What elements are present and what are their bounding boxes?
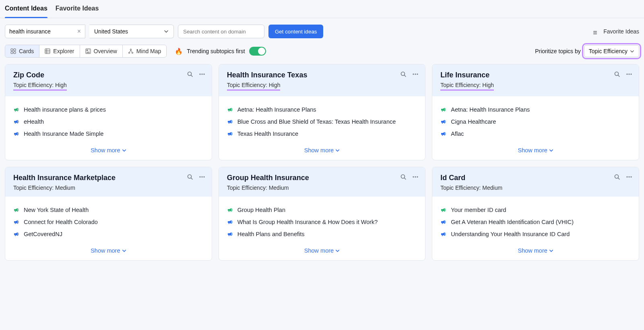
bullhorn-icon [13, 231, 20, 237]
svg-line-19 [191, 75, 192, 77]
chevron-down-icon [335, 148, 340, 153]
card-efficiency: Topic Efficiency: High [227, 82, 281, 91]
clear-keyword-icon[interactable]: × [77, 28, 81, 35]
svg-point-47 [630, 176, 632, 177]
favorite-ideas-link-label: Favorite Ideas [603, 28, 639, 35]
more-icon[interactable] [199, 174, 205, 180]
search-icon[interactable] [400, 174, 407, 180]
topic-item-text: Aetna: Health Insurance Plans [237, 106, 316, 113]
card-body: Aetna: Health Insurance Plans Cigna Heal… [432, 96, 639, 143]
prioritize-select[interactable]: Topic Efficiency [584, 45, 639, 57]
topic-item[interactable]: GetCoveredNJ [13, 228, 204, 240]
topic-item-text: Aflac [451, 131, 464, 137]
svg-point-13 [130, 49, 131, 50]
topic-item[interactable]: Aetna: Health Insurance Plans [440, 104, 631, 116]
show-more-link[interactable]: Show more [518, 247, 553, 254]
svg-line-34 [191, 178, 192, 180]
card-title: Zip Code [13, 71, 204, 79]
favorite-ideas-link[interactable]: Favorite Ideas [593, 28, 639, 35]
tab-favorite-ideas[interactable]: Favorite Ideas [56, 0, 99, 18]
search-icon[interactable] [400, 71, 407, 77]
topic-item-text: eHealth [24, 118, 44, 125]
more-icon[interactable] [626, 174, 632, 180]
show-more-link[interactable]: Show more [91, 147, 126, 154]
topic-item[interactable]: Aetna: Health Insurance Plans [227, 104, 417, 116]
topic-item[interactable]: What Is Group Health Insurance & How Doe… [227, 216, 417, 228]
topic-item-text: Group Health Plan [237, 207, 285, 213]
topic-item[interactable]: New York State of Health [13, 204, 204, 216]
topic-item[interactable]: Health insurance plans & prices [13, 104, 204, 116]
trending-label: Trending subtopics first [187, 48, 245, 54]
chevron-down-icon [164, 29, 169, 34]
search-icon[interactable] [187, 174, 193, 180]
topic-item[interactable]: Group Health Plan [227, 204, 417, 216]
topic-item[interactable]: Health Insurance Made Simple [13, 128, 204, 140]
show-more-link[interactable]: Show more [304, 147, 340, 154]
svg-point-14 [128, 52, 130, 53]
svg-rect-9 [87, 50, 88, 51]
more-icon[interactable] [626, 71, 632, 77]
svg-point-30 [626, 73, 627, 75]
card-efficiency: Topic Efficiency: High [13, 82, 67, 91]
bullhorn-icon [227, 231, 233, 237]
view-explorer[interactable]: Explorer [39, 45, 80, 57]
tab-content-ideas[interactable]: Content Ideas [5, 0, 47, 18]
chevron-down-icon [122, 249, 126, 253]
svg-rect-1 [14, 49, 16, 51]
keyword-input[interactable]: health insurance × [5, 25, 85, 38]
svg-line-29 [618, 75, 620, 77]
svg-point-27 [417, 73, 418, 75]
topic-item[interactable]: Cigna Healthcare [440, 116, 631, 128]
bullhorn-icon [227, 207, 233, 213]
svg-point-26 [415, 73, 416, 75]
card-header: Health Insurance Marketplace Topic Effic… [5, 167, 212, 197]
topic-item[interactable]: Blue Cross and Blue Shield of Texas: Tex… [227, 116, 417, 128]
show-more-label: Show more [518, 247, 547, 254]
svg-line-16 [130, 50, 131, 52]
svg-point-35 [199, 176, 200, 177]
svg-line-24 [405, 75, 406, 77]
card-efficiency: Topic Efficiency: Medium [227, 185, 289, 191]
card-title: Group Health Insurance [227, 174, 417, 182]
show-more-link[interactable]: Show more [304, 247, 340, 254]
bullhorn-icon [227, 106, 233, 113]
table-icon [45, 48, 50, 54]
card-body: New York State of Health Connect for Hea… [5, 197, 212, 243]
topic-item-text: Get A Veteran Health Identification Card… [451, 219, 574, 225]
domain-search-input[interactable] [178, 25, 264, 38]
search-icon[interactable] [614, 174, 620, 180]
topic-item[interactable]: eHealth [13, 116, 204, 128]
topic-card: Health Insurance Texas Topic Efficiency:… [219, 64, 426, 160]
topic-item[interactable]: Aflac [440, 128, 631, 140]
top-tabs: Content Ideas Favorite Ideas [0, 0, 644, 18]
view-mindmap[interactable]: Mind Map [123, 45, 166, 57]
trending-toggle[interactable] [249, 47, 266, 56]
search-icon[interactable] [614, 71, 620, 77]
more-icon[interactable] [412, 71, 419, 77]
show-more-link[interactable]: Show more [518, 147, 553, 154]
card-body: Aetna: Health Insurance Plans Blue Cross… [219, 96, 425, 143]
more-icon[interactable] [412, 174, 419, 180]
topic-item[interactable]: Understanding Your Health Insurance ID C… [440, 228, 631, 240]
bullhorn-icon [440, 118, 447, 125]
topic-item[interactable]: Get A Veteran Health Identification Card… [440, 216, 631, 228]
bullhorn-icon [13, 131, 20, 137]
mindmap-icon [128, 48, 134, 54]
show-more-link[interactable]: Show more [91, 247, 126, 254]
get-content-ideas-button[interactable]: Get content ideas [268, 25, 323, 38]
topic-item[interactable]: Texas Health Insurance [227, 128, 417, 140]
view-cards[interactable]: Cards [5, 45, 39, 57]
topic-item[interactable]: Health Plans and Benefits [227, 228, 417, 240]
view-overview[interactable]: Overview [80, 45, 123, 57]
chevron-down-icon [549, 249, 553, 253]
more-icon[interactable] [199, 71, 205, 77]
topic-item[interactable]: Connect for Health Colorado [13, 216, 204, 228]
country-select[interactable]: United States [89, 25, 174, 38]
card-header: Life Insurance Topic Efficiency: High [432, 64, 639, 96]
bullhorn-icon [13, 207, 20, 213]
topic-item-text: Aetna: Health Insurance Plans [451, 106, 530, 113]
svg-point-42 [417, 176, 418, 177]
topic-item[interactable]: Your member ID card [440, 204, 631, 216]
topic-item-text: Your member ID card [451, 207, 506, 213]
search-icon[interactable] [187, 71, 193, 77]
